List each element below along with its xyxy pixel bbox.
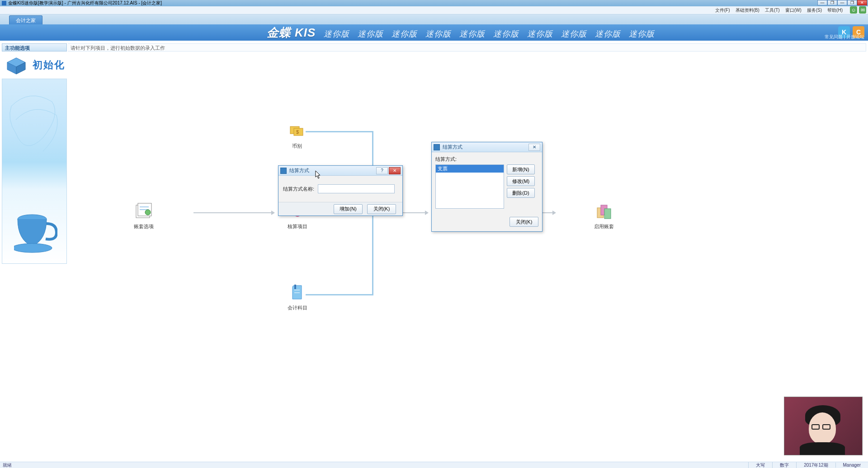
- webcam-overlay: [784, 397, 863, 455]
- dialog-title: 结算方式: [443, 144, 462, 150]
- tab-row: 会计之家: [0, 14, 868, 24]
- flow-subject[interactable]: 会计科目: [288, 284, 307, 311]
- flow-enable[interactable]: 启用账套: [594, 202, 614, 230]
- menu-bar: 文件(F) 基础资料(B) 工具(T) 窗口(W) 服务(S) 帮助(H): [0, 6, 868, 14]
- banner-forum-text[interactable]: 常见问题 | 开放论坛: [825, 34, 864, 40]
- mini-7: 迷你版: [527, 28, 553, 39]
- mini-2: 迷你版: [358, 28, 383, 39]
- dialog-title: 结算方式: [289, 167, 309, 174]
- title-bar: 金蝶KIS迷你版[教学演示版] - 广州古兴化纤有限公司2017.12.AIS …: [0, 0, 868, 6]
- close-button[interactable]: ✕: [857, 0, 867, 5]
- menu-base[interactable]: 基础资料(B): [733, 6, 762, 14]
- menu-help[interactable]: 帮助(H): [825, 6, 845, 14]
- flow-currency[interactable]: $ 币别: [288, 122, 307, 150]
- status-period: 2017年12期: [796, 462, 835, 468]
- svg-rect-21: [604, 209, 611, 219]
- edit-button[interactable]: 修改(M): [507, 176, 535, 186]
- flow-label: 账套选项: [134, 223, 154, 230]
- inner-maximize-button[interactable]: ❐: [847, 0, 857, 5]
- status-num: 数字: [772, 462, 796, 468]
- cup-icon: [14, 213, 57, 253]
- arrow: [193, 211, 275, 214]
- connector: [306, 131, 373, 132]
- connector: [306, 294, 373, 295]
- content-area: 主功能选项 初始化 请针对下列项目，进行初始数据的录入工作: [0, 41, 868, 462]
- inner-minimize-button[interactable]: —: [837, 0, 847, 5]
- minimize-button[interactable]: —: [817, 0, 827, 5]
- mini-6: 迷你版: [493, 28, 519, 39]
- svg-point-9: [145, 210, 151, 215]
- mini-3: 迷你版: [392, 28, 417, 39]
- brand-en: KIS: [295, 26, 316, 40]
- dialog-icon: [280, 168, 287, 174]
- new-button[interactable]: 新增(N): [507, 164, 535, 174]
- sidebar-header: 主功能选项: [2, 43, 67, 51]
- instruction-bar: 请针对下列项目，进行初始数据的录入工作: [68, 43, 866, 51]
- cube-icon: [4, 54, 29, 76]
- delete-button[interactable]: 删除(D): [507, 188, 535, 198]
- settlement-listbox[interactable]: 支票: [435, 164, 504, 209]
- sidebar-image: [2, 79, 67, 264]
- list-item[interactable]: 支票: [436, 165, 504, 173]
- arrow: [542, 211, 556, 214]
- mini-9: 迷你版: [595, 28, 621, 39]
- window-controls: — ❐ — ❐ ✕: [817, 0, 867, 5]
- flow-label: 核算项目: [288, 223, 307, 230]
- brand-cn: 金蝶: [267, 25, 291, 41]
- flow-label: 币别: [288, 143, 307, 150]
- close-button[interactable]: 关闭(K): [509, 217, 538, 227]
- maximize-button[interactable]: ❐: [827, 0, 837, 5]
- status-user: Manager: [835, 463, 868, 468]
- flow-label: 启用账套: [594, 223, 614, 230]
- top-right-icons: ☺ ✉: [850, 6, 866, 14]
- svg-text:$: $: [296, 129, 299, 135]
- flow-label: 会计科目: [288, 304, 307, 311]
- menu-tools[interactable]: 工具(T): [762, 6, 783, 14]
- app-icon: [2, 1, 6, 5]
- status-left: 就绪: [0, 462, 748, 468]
- menu-window[interactable]: 窗口(W): [783, 6, 804, 14]
- menu-file[interactable]: 文件(F): [712, 6, 733, 14]
- flow-account-options[interactable]: 账套选项: [134, 202, 154, 230]
- dialog-icon: [434, 144, 440, 150]
- add-button[interactable]: 增加(N): [334, 204, 363, 214]
- sidebar-title: 初始化: [33, 58, 65, 72]
- dialog-close-button[interactable]: ✕: [528, 144, 540, 151]
- menu-service[interactable]: 服务(S): [804, 6, 825, 14]
- mini-1: 迷你版: [324, 28, 349, 39]
- list-label: 结算方式:: [435, 156, 538, 163]
- status-bar: 就绪 大写 数字 2017年12期 Manager: [0, 462, 868, 468]
- smile-icon[interactable]: ☺: [850, 6, 857, 14]
- chat-icon[interactable]: ✉: [859, 6, 866, 14]
- dialog-close-button[interactable]: ✕: [389, 167, 401, 174]
- window-title: 金蝶KIS迷你版[教学演示版] - 广州古兴化纤有限公司2017.12.AIS …: [8, 0, 162, 6]
- sidebar: 主功能选项 初始化: [2, 43, 67, 265]
- banner: 金蝶KIS 迷你版 迷你版 迷你版 迷你版 迷你版 迷你版 迷你版 迷你版 迷你…: [0, 24, 868, 41]
- help-button[interactable]: ?: [376, 167, 388, 174]
- name-input[interactable]: [318, 184, 395, 193]
- status-caps: 大写: [748, 462, 772, 468]
- mini-8: 迷你版: [561, 28, 587, 39]
- tab-home[interactable]: 会计之家: [9, 15, 42, 24]
- dialog-settlement-edit: 结算方式 ? ✕ 结算方式名称: 增加(N) 关闭(K): [278, 165, 403, 216]
- mini-10: 迷你版: [629, 28, 655, 39]
- close-button[interactable]: 关闭(K): [367, 204, 396, 214]
- dialog-settlement-list: 结算方式 ✕ 结算方式: 支票 新增(N) 修改(M) 删除(D) 关闭(K): [431, 142, 542, 232]
- name-label: 结算方式名称:: [283, 186, 314, 192]
- svg-rect-16: [294, 285, 296, 289]
- mini-4: 迷你版: [425, 28, 451, 39]
- svg-point-4: [14, 243, 52, 253]
- mini-5: 迷你版: [459, 28, 485, 39]
